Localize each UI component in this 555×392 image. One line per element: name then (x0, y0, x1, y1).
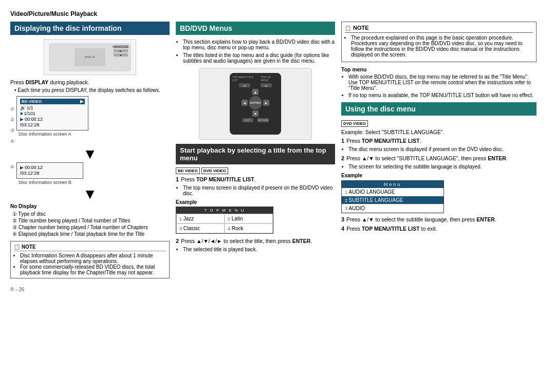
top-menu-cell: 2 Latin (225, 214, 273, 223)
using-disc-section: Using the disc menu DVD VIDEO Example: S… (341, 102, 536, 232)
top-menu-box: T O P M E N U 1 Jazz 2 Latin 3 Classic 4 (176, 207, 273, 234)
menu-item-audio: 1 AUDIO LANGUAGE (342, 188, 443, 196)
col2-section-title: BD/DVD Menus (176, 22, 335, 35)
list-item: ③ Chapter number being played / Total nu… (12, 225, 170, 230)
disc-row3: ▶ 00:00:12 (20, 117, 85, 122)
list-item: ① Type of disc (12, 211, 170, 217)
col2: BD/DVD Menus This section explains how t… (176, 22, 335, 278)
arrow-down-2: ▼ (10, 187, 170, 201)
badge-row: BD VIDEO DVD VIDEO (176, 167, 335, 174)
disc-b-row1: ▶ 00:00:12 (20, 165, 80, 170)
disc-header: BD-VIDEO ▶ (20, 99, 85, 104)
col3-step3: 3 Press ▲/▼ to select the subtitle langu… (341, 216, 536, 222)
disc-b-row2: /03:12:28 (20, 171, 80, 176)
disc-info-label-a: Disc Information screen A (18, 132, 88, 137)
main-layout: Displaying the disc information DISPLAY … (10, 22, 545, 278)
device-screen: DISPLAY (75, 48, 105, 66)
col2-bullet: This section explains how to play back a… (183, 39, 335, 50)
col3-top-menu-title: Top menu (341, 66, 536, 72)
col1-note-box: 📋 NOTE Disc Information Screen A disappe… (10, 241, 170, 278)
remote-body: TOP MENU/TITLE LIST POP-UP MENU ▬ ▬ ▲ ◄ … (230, 73, 281, 135)
col3-note-list: The procedure explained on this page is … (345, 35, 533, 58)
step2-bullets: The selected title is played back. (183, 247, 335, 252)
menu-item-subtitle: 2 SUBTITLE LANGUAGE (342, 196, 443, 204)
note-header: 📋 NOTE (14, 244, 166, 251)
col2-step1: 1 Press TOP MENU/TITLE LIST. The top men… (176, 176, 335, 196)
col3-note-box: 📋 NOTE The procedure explained on this p… (341, 22, 536, 62)
col1: Displaying the disc information DISPLAY … (10, 22, 170, 278)
col2-bullets: This section explains how to play back a… (176, 39, 335, 64)
disc-info-screen-a: BD-VIDEO ▶ 🔊 1/1 ■ 1/101 ▶ 00:00:12 (16, 96, 88, 130)
page-header: Video/Picture/Music Playback (10, 10, 545, 17)
col2-subsection-title: Start playback by selecting a title from… (176, 144, 335, 164)
note-item: Disc Information Screen A disappears aft… (20, 253, 166, 264)
disc-numbers-col: ① ② ③ ④ (10, 96, 14, 144)
disc-info-screen-b: ▶ 00:00:12 /03:12:28 (16, 162, 83, 179)
disc-screens-wrapper: ① ② ③ ④ BD-VIDEO ▶ 🔊 1/1 ■ (10, 96, 170, 144)
list-item: ④ Elapsed playback time / Total playback… (12, 231, 170, 237)
col3-top-menu-bullets: With some BD/DVD discs, the top menu may… (341, 74, 536, 98)
disc-row1: 🔊 1/1 (20, 105, 85, 110)
press-display-text: Press DISPLAY during playback. (10, 79, 170, 85)
col3-step2: 2 Press ▲/▼ to select "SUBTITLE LANGUAGE… (341, 155, 536, 170)
col3: 📋 NOTE The procedure explained on this p… (341, 22, 536, 278)
menu-item-audio2: 3 AUDIO (342, 204, 443, 213)
using-disc-title: Using the disc menu (341, 102, 536, 116)
top-menu-bullet: If no top menu is available, the TOP MEN… (348, 92, 536, 98)
top-menu-header: T O P M E N U (176, 207, 273, 214)
device-body: DISPLAY OPEN/CLOSE ▶ ■ (49, 43, 131, 71)
top-menu-bullet: With some BD/DVD discs, the top menu may… (348, 74, 536, 91)
numbered-list: ① Type of disc ② Title number being play… (12, 211, 170, 237)
col3-step1: 1 Press TOP MENU/TITLE LIST. The disc me… (341, 138, 536, 152)
col2-step2: 2 Press ▲/▼/◄/► to select the title, the… (176, 238, 335, 252)
col3-step4: 4 Press TOP MENU/TITLE LIST to exit. (341, 226, 536, 232)
disc-screen-a-wrapper: BD-VIDEO ▶ 🔊 1/1 ■ 1/101 ▶ 00:00:12 (16, 96, 88, 137)
disc-screen-b-row: ④ ▶ 00:00:12 /03:12:28 Disc Information … (10, 162, 170, 185)
page-footer: ® - 26 (10, 287, 545, 292)
col3-top-menu-section: Top menu With some BD/DVD discs, the top… (341, 66, 536, 98)
device-image: DISPLAY OPEN/CLOSE ▶ ■ (44, 39, 136, 75)
col2-bullet: The titles listed in the top menu and a … (183, 52, 335, 64)
col3-step2-bullets: The screen for selecting the subtitle la… (348, 164, 536, 170)
page-header-text: Video/Picture/Music Playback (10, 10, 97, 17)
no-display-label: No Display (10, 203, 170, 209)
col3-note-header: 📋 NOTE (345, 25, 533, 33)
col1-section-title: Displaying the disc information (10, 22, 170, 35)
remote-image: TOP MENU/TITLE LIST POP-UP MENU ▬ ▬ ▲ ◄ … (199, 68, 312, 140)
step1-bullets: The top menu screen is displayed if pres… (183, 185, 335, 196)
display-bullet: • Each time you press DISPLAY, the displ… (14, 87, 170, 93)
arrow-down: ▼ (10, 147, 170, 161)
disc-row4: /03:12:28 (20, 122, 85, 127)
dvd-video-badge-2: DVD VIDEO (201, 167, 228, 174)
list-item: ② Title number being played / Total numb… (12, 218, 170, 223)
menu-example-box: Menu 1 AUDIO LANGUAGE 2 SUBTITLE LANGUAG… (341, 180, 444, 213)
disc-info-label-b: Disc Information screen B (18, 180, 83, 185)
bd-video-badge: BD VIDEO (176, 167, 200, 174)
example-label: Example (176, 199, 335, 205)
note-item: For some commercially-released BD VIDEO … (20, 264, 166, 275)
disc-row2: ■ 1/101 (20, 111, 85, 116)
top-menu-cell: 1 Jazz (176, 214, 225, 223)
menu-example-header: Menu (342, 181, 443, 188)
top-menu-cell: 3 Classic (176, 223, 225, 233)
example-text: Example: Select "SUBTITLE LANGUAGE". (341, 129, 536, 135)
top-menu-grid: 1 Jazz 2 Latin 3 Classic 4 Rock (176, 214, 273, 233)
col3-example-label: Example (341, 173, 536, 178)
note-list: Disc Information Screen A disappears aft… (20, 253, 166, 275)
dvd-video-badge-col3: DVD VIDEO (341, 120, 368, 127)
col3-note-content: The procedure explained on this page is … (345, 35, 533, 58)
col3-step1-bullets: The disc menu screen is displayed if pre… (348, 146, 536, 152)
top-menu-cell: 4 Rock (225, 223, 273, 233)
note-item: The procedure explained on this page is … (351, 35, 533, 58)
disc-screen-b-wrapper: ▶ 00:00:12 /03:12:28 Disc Information sc… (16, 162, 83, 185)
